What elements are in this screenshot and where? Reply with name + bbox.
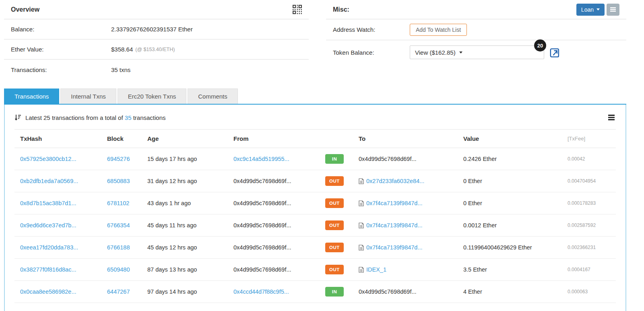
tab-transactions[interactable]: Transactions xyxy=(4,89,59,104)
table-row: 0xb2dfb1eda7a0569...685088331 days 12 hr… xyxy=(14,170,616,192)
block-link[interactable]: 6766188 xyxy=(107,244,130,251)
transactions-panel: Latest 25 transactions from a total of 3… xyxy=(4,105,626,311)
table-menu-icon[interactable] xyxy=(607,114,616,121)
address-watch-label: Address Watch: xyxy=(333,26,410,33)
misc-panel: Misc: Loan Address W xyxy=(326,0,626,64)
block-link[interactable]: 6945276 xyxy=(107,156,130,162)
token-balance-dropdown[interactable]: View ($162.85) xyxy=(410,45,544,59)
direction-cell: OUT xyxy=(325,259,359,281)
token-balance-dropdown-value: View ($162.85) xyxy=(415,49,456,56)
transactions-value: 35 txns xyxy=(111,66,130,73)
txfee-cell: 0.000178283 xyxy=(568,192,616,214)
to-cell: 0x7f4ca7139f9847d... xyxy=(359,237,463,259)
tab-internal-txns[interactable]: Internal Txns xyxy=(60,89,116,104)
value-text: 0.0012 Ether xyxy=(463,222,497,229)
to-cell: 0x4d99d5c7698d69f... xyxy=(359,148,463,170)
expand-button[interactable] xyxy=(549,47,560,58)
direction-cell: OUT xyxy=(325,192,359,214)
header-age: Age xyxy=(147,130,233,148)
contract-icon xyxy=(359,200,364,206)
direction-cell: OUT xyxy=(325,170,359,192)
txhash-link[interactable]: 0x57925e3800cb12... xyxy=(20,156,76,162)
to-cell: 0x4d99d5c7698d69f... xyxy=(359,281,463,303)
txhash-link[interactable]: 0x8d7b15ac38b7d1... xyxy=(20,200,76,206)
to-address-link[interactable]: 0x7f4ca7139f9847d... xyxy=(366,244,422,251)
block-link[interactable]: 6447267 xyxy=(107,288,130,295)
block-link[interactable]: 6850883 xyxy=(107,178,130,184)
txfee-cell: 0.002366231 xyxy=(568,237,616,259)
direction-badge: OUT xyxy=(325,243,344,252)
age-text: 31 days 12 hrs ago xyxy=(147,178,197,184)
summary-total-link[interactable]: 35 xyxy=(125,114,132,121)
txfee-text: 0.002366231 xyxy=(568,245,596,250)
value-cell: 3.5 Ether xyxy=(463,259,568,281)
sort-amount-icon xyxy=(14,114,22,121)
block-link[interactable]: 6781102 xyxy=(107,200,129,206)
add-to-watch-list-button[interactable]: Add To Watch List xyxy=(410,24,467,36)
value-cell: 0.119964004629629 Ether xyxy=(463,237,568,259)
to-cell: 0x7f4ca7139f9847d... xyxy=(359,214,463,237)
to-address-text: 0x4d99d5c7698d69f... xyxy=(359,156,417,162)
options-button[interactable] xyxy=(607,4,619,16)
table-row: 0x57925e3800cb12...694527615 days 17 hrs… xyxy=(14,148,616,170)
contract-icon xyxy=(359,222,364,229)
transactions-row: Transactions: 35 txns xyxy=(4,60,309,80)
token-balance-label: Token Balance: xyxy=(333,49,410,56)
table-row: 0x0caa8ee586982e...644726797 days 14 hrs… xyxy=(14,281,616,303)
from-address-link[interactable]: 0x4ccd44d7f88c9f5... xyxy=(233,288,289,295)
txhash-link[interactable]: 0x0caa8ee586982e... xyxy=(20,288,76,295)
table-header-row: TxHash Block Age From To Value [TxFee] xyxy=(14,130,616,148)
txhash-cell: 0x0caa8ee586982e... xyxy=(14,281,107,303)
direction-badge: OUT xyxy=(325,220,344,230)
txfee-text: 0.000063 xyxy=(568,289,588,295)
expand-icon xyxy=(549,47,560,58)
txfee-cell: 0.0004167 xyxy=(568,259,616,281)
txhash-cell: 0x9ed6d6ce37ed7b... xyxy=(14,214,107,237)
address-watch-row: Address Watch: Add To Watch List xyxy=(326,19,626,40)
value-text: 0.2426 Ether xyxy=(463,156,497,162)
value-cell: 0.2426 Ether xyxy=(463,148,568,170)
age-cell: 87 days 13 hrs ago xyxy=(147,259,233,281)
balance-label: Balance: xyxy=(11,26,111,33)
txhash-cell: 0xeea17fd20dda783... xyxy=(14,237,107,259)
to-address-link[interactable]: 0x7f4ca7139f9847d... xyxy=(366,222,422,229)
contract-icon xyxy=(359,245,364,251)
from-cell: 0x4d99d5c7698d69f... xyxy=(233,214,325,237)
txhash-link[interactable]: 0xb2dfb1eda7a0569... xyxy=(20,178,78,184)
age-text: 87 days 13 hrs ago xyxy=(147,266,197,273)
tab-erc20-token-txns[interactable]: Erc20 Token Txns xyxy=(118,89,187,104)
ether-value-label: Ether Value: xyxy=(11,46,111,53)
summary-row: Latest 25 transactions from a total of 3… xyxy=(5,105,625,129)
txhash-link[interactable]: 0xeea17fd20dda783... xyxy=(20,244,78,251)
block-cell: 6766354 xyxy=(107,214,147,237)
txhash-link[interactable]: 0x9ed6d6ce37ed7b... xyxy=(20,222,76,229)
tab-comments[interactable]: Comments xyxy=(188,89,238,104)
from-cell: 0xc9c14a5d519955... xyxy=(233,148,325,170)
direction-cell: IN xyxy=(325,281,359,303)
block-link[interactable]: 6766354 xyxy=(107,222,130,229)
txfee-cell: 0.00042 xyxy=(568,148,616,170)
qr-code-icon[interactable] xyxy=(293,5,302,14)
value-text: 3.5 Ether xyxy=(463,266,487,273)
block-cell: 6509480 xyxy=(107,259,147,281)
to-address-link[interactable]: 0x7f4ca7139f9847d... xyxy=(366,200,422,206)
to-address-link[interactable]: 0x27d233fa6032e84... xyxy=(366,178,424,184)
summary-suffix: transactions xyxy=(131,114,165,121)
txhash-link[interactable]: 0x38277f0f816d8ac... xyxy=(20,266,76,273)
age-cell: 43 days 1 hr ago xyxy=(147,192,233,214)
txfee-cell: 0.000063 xyxy=(568,281,616,303)
age-text: 43 days 1 hr ago xyxy=(147,200,191,206)
to-address-link[interactable]: IDEX_1 xyxy=(366,266,386,273)
misc-title: Misc: xyxy=(333,6,349,13)
from-address-text: 0x4d99d5c7698d69f... xyxy=(233,200,291,206)
direction-cell: IN xyxy=(325,148,359,170)
block-link[interactable]: 6509480 xyxy=(107,266,130,273)
to-address-text: 0x4d99d5c7698d69f... xyxy=(359,288,417,295)
age-cell: 31 days 12 hrs ago xyxy=(147,170,233,192)
list-icon xyxy=(610,7,616,12)
loan-button[interactable]: Loan xyxy=(576,4,605,16)
from-cell: 0x4d99d5c7698d69f... xyxy=(233,170,325,192)
block-cell: 6945276 xyxy=(107,148,147,170)
block-cell: 6447267 xyxy=(107,281,147,303)
from-address-link[interactable]: 0xc9c14a5d519955... xyxy=(233,156,289,162)
